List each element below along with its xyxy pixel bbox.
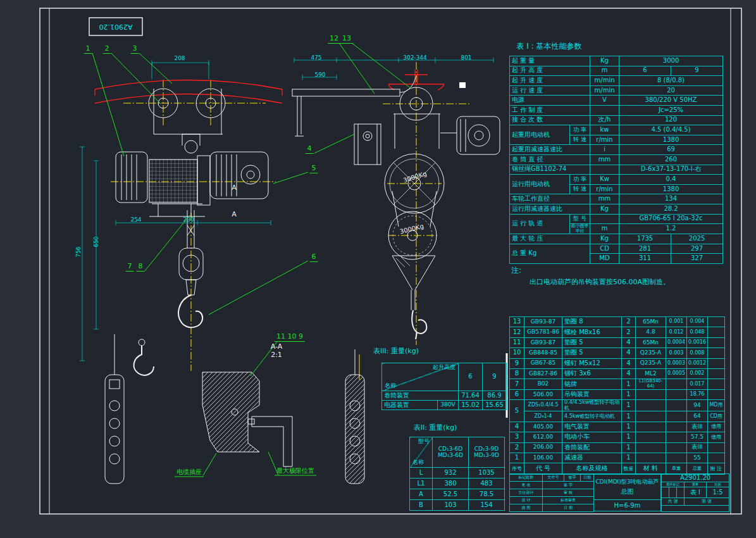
table-cell: MD — [590, 254, 619, 264]
table-cell: 更 改 — [510, 482, 543, 489]
table-cell: 206.00 — [524, 442, 562, 453]
table-cell: 28.2 — [619, 204, 723, 214]
table-cell: 螺栓 M8x16 — [562, 327, 622, 337]
table-tbLeft: 标记处数文件号签字日期更 改签 字主任设计审 核设 计标准审查描 图日 期 — [509, 473, 594, 512]
annotation: 最大极限位置 — [275, 468, 316, 476]
table-cell: 1 — [622, 400, 636, 411]
table-cell: 0.048 — [687, 327, 708, 337]
table-cell: 电气装置 — [562, 422, 622, 432]
table-cell: 0.003 — [666, 348, 687, 358]
table-cell: 20 — [619, 85, 723, 96]
annotation: 12 — [328, 35, 340, 44]
diag-bottom-label: 名称 — [385, 383, 396, 389]
table-cell: GB706-65 I 20a-32c — [619, 214, 723, 224]
table-tbRight: A2901.20图样标记重量比例表 I1:5共 张第 张 — [661, 473, 729, 512]
table-cell: 4 — [622, 368, 636, 378]
table-cell: 电动小车 — [562, 432, 622, 442]
table-cell — [708, 348, 725, 358]
annotation: 208 — [174, 56, 185, 61]
table-cell — [677, 487, 685, 498]
table-cell: 1 — [622, 453, 636, 463]
annotation: 出口电动葫芦的吊钩装置按506.00A图制造。 — [530, 278, 670, 285]
table-cell: 106.00 — [524, 453, 562, 463]
cad-sheet: 起 重 量Kg3000起 升 高 度m69起 升 速 度m/min8 (8/0.… — [0, 0, 756, 538]
table-cell: 比例 — [707, 482, 729, 487]
table-cell: 垫圈 8 — [562, 317, 622, 327]
table-cell: 10 — [510, 348, 524, 358]
table-cell: A — [410, 489, 433, 500]
table-tableII: 型号名称CD₁3-6D MD₁3-6DCD₁3-9D MD₁3-9DL93210… — [409, 437, 505, 511]
annotation: 650 — [94, 236, 99, 247]
annotation: 756 — [76, 246, 82, 257]
table-cell: 日期 — [581, 474, 594, 482]
annotation: 2 — [103, 45, 111, 54]
table-cell: 0.0003 — [666, 358, 687, 368]
table-cell — [636, 453, 666, 463]
table-cell: Kw — [590, 175, 619, 185]
table-cell: 卷筒装置 — [382, 391, 459, 401]
table-cell: D-6x37-13-170-I-右 — [619, 165, 723, 175]
table-cell: 4 — [622, 358, 636, 368]
table-cell: kw — [590, 125, 619, 135]
table-cell: 1:5 — [707, 487, 729, 498]
table-cell: 标准审查 — [543, 497, 594, 504]
annotation: 3 — [131, 45, 139, 54]
table-cell: 最小曲率半径 — [570, 224, 590, 234]
table-cell: 311 — [619, 254, 671, 264]
table-cell: 铆钉 3x6 — [562, 368, 622, 378]
table-cell: 文件号 — [543, 474, 564, 482]
annotation: 表 I : 基本性能参数 — [516, 42, 581, 50]
annotation: 表II: 重量(kg) — [414, 424, 457, 431]
table-cell: ZD₄1-4 — [524, 411, 562, 422]
title-block-product-cell: CDI(MDI)型3吨电动葫芦 总图 H=6-9m — [593, 473, 661, 511]
table-cell: 车轮工作直径 — [510, 194, 590, 204]
table-cell: 0.002 — [687, 368, 708, 378]
table-cell: 描 图 — [510, 504, 543, 512]
table-cell: 9 — [483, 363, 507, 391]
table-cell — [708, 317, 725, 327]
table-cell: 电器装置 — [382, 401, 438, 410]
annotation: 表III: 重量(kg) — [373, 347, 419, 354]
table-cell: 9 — [510, 358, 524, 368]
table-cell: 612.00 — [524, 432, 562, 442]
table-cell: 起重用减速器速比 — [510, 145, 590, 155]
table-cell: 120 — [619, 115, 723, 125]
table-cell — [590, 214, 619, 224]
table-cell: 1 — [622, 379, 636, 389]
table-cell: 0.001 — [666, 317, 687, 327]
table-cell: 第 张 — [685, 498, 729, 506]
table-cell: ZDS₁0.4/4.5 — [524, 400, 562, 411]
table-cell: 103 — [433, 500, 469, 511]
table-cell: m/min — [590, 76, 619, 86]
table-cell: 2025 — [671, 234, 723, 244]
table-cell: 审 核 — [543, 489, 594, 497]
table-cell: CD₁3-6D MD₁3-6D — [433, 437, 469, 468]
table-cell: 1735 — [619, 234, 671, 244]
table-cell — [636, 422, 666, 432]
table-cell: 0.0016 — [687, 337, 708, 347]
table-cell: 起重用电动机 — [510, 125, 570, 145]
table-cell: 转 速 — [570, 184, 590, 194]
annotation: 8 — [137, 263, 145, 272]
table-cell — [666, 379, 687, 389]
table-cell: 506.00 — [524, 389, 562, 399]
table-cell — [708, 389, 725, 399]
table-cell — [666, 389, 687, 399]
table-tableIII: 起升高度名称69卷筒装置71.6486.9电器装置380V15.0215.65 — [381, 363, 507, 410]
table-cell: 8 (8/0.8) — [619, 76, 723, 86]
table-cell: 932 — [433, 468, 469, 479]
annotation: 7 — [126, 263, 134, 272]
table-cell: 表III — [687, 442, 708, 453]
table-cell: 借用 — [708, 432, 725, 442]
table-cell: 0.017 — [687, 379, 708, 389]
table-cell: 运行用电动机 — [510, 175, 570, 194]
table-cell: 86.9 — [483, 391, 507, 401]
annotation: 254 — [130, 217, 141, 223]
table-cell: B02 — [524, 379, 562, 389]
table-cell: 4.5kw锥型转子电动机 — [562, 411, 622, 422]
table-cell: 总 重 Kg — [510, 244, 590, 263]
table-cell: 57.5 — [687, 432, 708, 442]
table-bom: 13GB93-87垫圈 8265Mn0.0010.00412GB5781-86螺… — [509, 316, 725, 475]
table-cell — [662, 487, 669, 498]
table-cell: 4.5 (0.4/4.5) — [619, 125, 723, 135]
